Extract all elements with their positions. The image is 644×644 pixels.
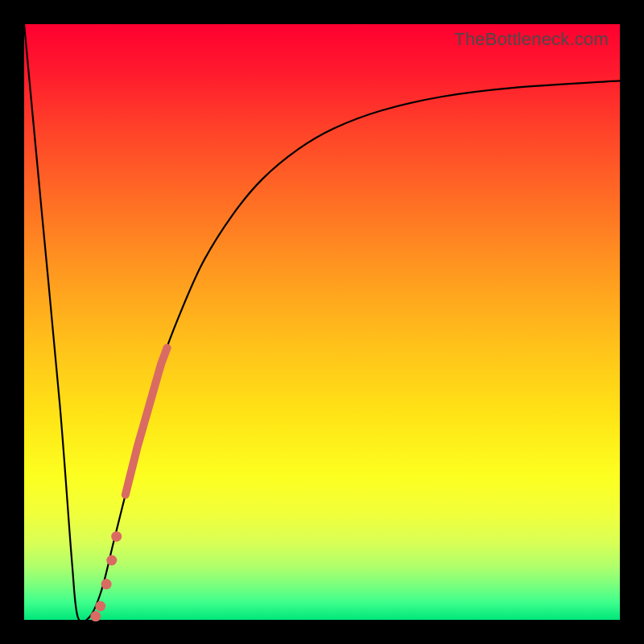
curve-dot [106,555,117,566]
curve-dot [95,601,105,611]
plot-area: TheBottleneck.com [24,24,620,620]
curve-dot [90,611,101,621]
chart-frame: TheBottleneck.com [0,0,644,644]
curve-dot [101,579,112,589]
curve-dot [111,531,122,542]
curve-layer [24,24,620,620]
highlight-segment [126,348,167,495]
